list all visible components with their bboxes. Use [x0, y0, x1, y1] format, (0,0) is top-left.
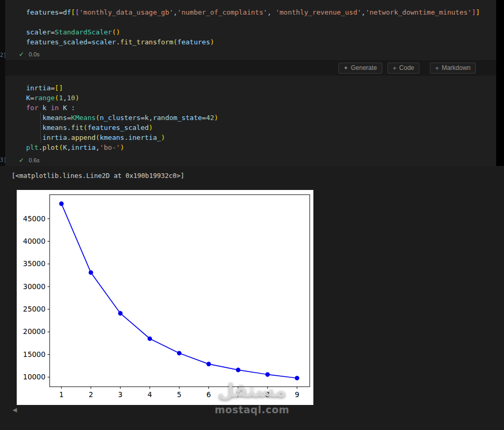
svg-text:8: 8	[265, 390, 270, 399]
svg-text:6: 6	[206, 390, 211, 399]
svg-text:20000: 20000	[23, 327, 45, 336]
svg-text:4: 4	[147, 390, 152, 399]
svg-text:10000: 10000	[23, 373, 45, 381]
code-cell-1[interactable]: features=df[['monthly_data_usage_gb','nu…	[5, 0, 496, 60]
code-line: features_scaled=scaler.fit_transform(fea…	[26, 37, 496, 47]
svg-text:25000: 25000	[23, 305, 45, 313]
plus-icon: +	[393, 64, 397, 72]
add-markdown-button[interactable]: + Markdown	[430, 63, 476, 74]
code-line: kmeans.fit(features_scaled)	[26, 123, 496, 133]
cell-1-status: ✓ 0.0s	[19, 51, 40, 58]
svg-text:3: 3	[118, 390, 123, 399]
cell-1-exec-time: 0.0s	[29, 51, 40, 57]
code-line	[26, 17, 496, 27]
notebook-left-gutter: 2] 3]	[0, 0, 5, 166]
code-editor-cell-1[interactable]: features=df[['monthly_data_usage_gb','nu…	[5, 7, 496, 47]
elbow-line-chart: 1000015000200002500030000350004000045000…	[17, 190, 313, 405]
svg-text:35000: 35000	[23, 259, 45, 268]
cell-2-exec-time: 0.6s	[29, 157, 40, 163]
code-line: kmeans=KMeans(n_clusters=k,random_state=…	[26, 113, 496, 123]
svg-text:2: 2	[89, 390, 93, 399]
svg-text:5: 5	[177, 390, 182, 399]
watermark-domain-text: mostaql.com	[0, 404, 504, 415]
notebook-screen: 2] 3] features=df[['monthly_data_usage_g…	[0, 0, 504, 430]
code-line: for k in K :	[26, 103, 496, 113]
success-check-icon: ✓	[19, 157, 24, 164]
svg-text:40000: 40000	[23, 237, 45, 245]
matplotlib-figure: 1000015000200002500030000350004000045000…	[17, 190, 313, 405]
svg-text:30000: 30000	[23, 282, 45, 291]
svg-text:45000: 45000	[23, 214, 45, 223]
code-line: features=df[['monthly_data_usage_gb','nu…	[26, 7, 496, 17]
code-line: K=range(1,10)	[26, 93, 496, 103]
cell-insert-toolbar: ✦ Generate + Code + Markdown	[5, 60, 496, 76]
add-markdown-label: Markdown	[442, 64, 471, 71]
svg-text:15000: 15000	[23, 350, 45, 359]
code-line: inrtia=[]	[26, 83, 496, 93]
success-check-icon: ✓	[19, 51, 24, 58]
generate-button[interactable]: ✦ Generate	[338, 63, 382, 74]
generate-label: Generate	[351, 64, 377, 71]
code-editor-cell-2[interactable]: inrtia=[]K=range(1,10)for k in K : kmean…	[5, 83, 496, 152]
add-code-label: Code	[399, 64, 414, 71]
scrollbar-track[interactable]	[496, 0, 504, 166]
cell-output-area: [<matplotlib.lines.Line2D at 0x190b19932…	[0, 166, 504, 430]
collapse-arrow-icon[interactable]: ◀	[13, 407, 17, 413]
svg-text:1: 1	[59, 390, 64, 399]
sparkle-icon: ✦	[344, 65, 348, 71]
code-line: inrtia.append(kmeans.inertia_)	[26, 133, 496, 142]
plus-icon: +	[435, 64, 439, 72]
code-line: plt.plot(K,inrtia,'bo-')	[26, 142, 496, 152]
add-code-button[interactable]: + Code	[388, 63, 419, 74]
output-repr-text: [<matplotlib.lines.Line2D at 0x190b19932…	[0, 166, 504, 180]
code-cell-2[interactable]: inrtia=[]K=range(1,10)for k in K : kmean…	[5, 76, 496, 166]
cell-2-status: ✓ 0.6s	[19, 157, 40, 164]
svg-text:9: 9	[295, 390, 299, 399]
code-line: scaler=StandardScaler()	[26, 27, 496, 37]
svg-text:7: 7	[236, 390, 241, 399]
